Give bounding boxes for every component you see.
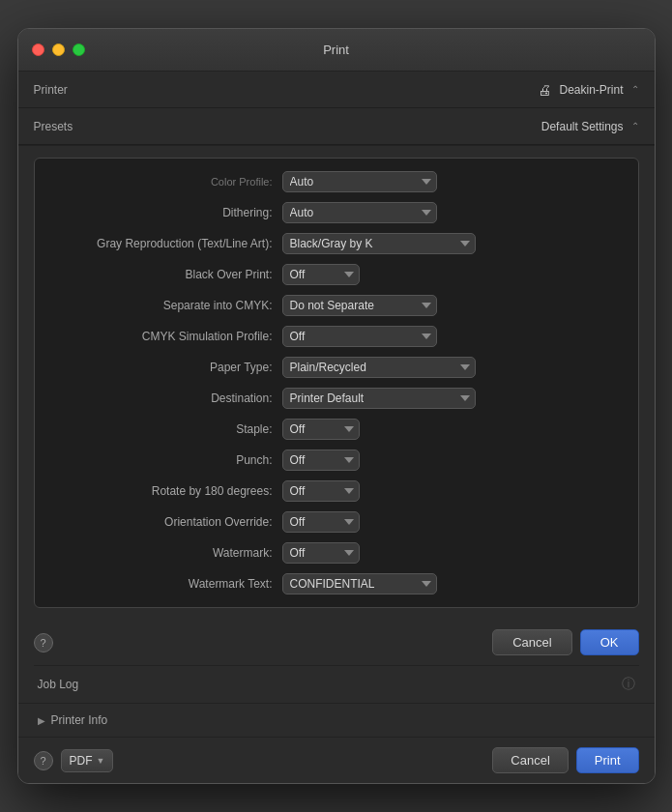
footer: ? PDF ▼ Cancel Print [18, 737, 655, 783]
color-profile-row: Color Profile: Auto [35, 166, 638, 197]
destination-select[interactable]: Printer Default [282, 388, 476, 409]
watermark-row: Watermark: Off [35, 537, 638, 568]
gray-reproduction-control: Black/Gray by K [282, 233, 623, 254]
printer-label: Printer [34, 83, 102, 97]
dithering-row: Dithering: Auto [35, 197, 638, 228]
footer-cancel-button[interactable]: Cancel [492, 747, 568, 773]
orientation-select[interactable]: Off [282, 511, 360, 533]
dithering-label: Dithering: [50, 206, 282, 219]
separate-cmyk-row: Separate into CMYK: Do not Separate [35, 290, 638, 321]
printer-info-row[interactable]: ▶ Printer Info [18, 703, 655, 737]
color-profile-label: Color Profile: [50, 176, 282, 188]
orientation-label: Orientation Override: [50, 515, 282, 529]
cmyk-simulation-row: CMYK Simulation Profile: Off [35, 321, 638, 352]
cmyk-simulation-control: Off [282, 326, 623, 347]
footer-print-button[interactable]: Print [576, 747, 639, 773]
orientation-control: Off [282, 511, 623, 533]
rotate-select[interactable]: Off [282, 480, 360, 502]
watermark-text-control: CONFIDENTIAL [282, 573, 623, 594]
separate-cmyk-select[interactable]: Do not Separate [282, 295, 437, 316]
punch-label: Punch: [50, 453, 282, 467]
job-log-label: Job Log [38, 678, 622, 691]
presets-selector[interactable]: Default Settings ⌃ [541, 120, 639, 133]
printer-icon: 🖨 [538, 82, 551, 98]
watermark-select[interactable]: Off [282, 542, 360, 564]
presets-row: Presets Default Settings ⌃ [18, 108, 655, 145]
dialog-buttons-area: ? Cancel OK [18, 620, 655, 665]
separate-cmyk-control: Do not Separate [282, 295, 623, 316]
traffic-lights [32, 44, 85, 56]
gray-reproduction-label: Gray Reproduction (Text/Line Art): [50, 237, 282, 250]
window-title: Print [323, 43, 349, 57]
close-button[interactable] [32, 44, 44, 56]
gray-reproduction-row: Gray Reproduction (Text/Line Art): Black… [35, 228, 638, 259]
rotate-label: Rotate by 180 degrees: [50, 484, 282, 498]
printer-row: Printer 🖨 Deakin-Print ⌃ [18, 72, 655, 108]
printer-selector[interactable]: 🖨 Deakin-Print ⌃ [538, 82, 638, 98]
watermark-text-select[interactable]: CONFIDENTIAL [282, 573, 437, 594]
destination-control: Printer Default [282, 388, 623, 409]
black-over-print-row: Black Over Print: Off [35, 259, 638, 290]
color-profile-select[interactable]: Auto [282, 171, 437, 192]
print-dialog: Print Printer 🖨 Deakin-Print ⌃ Presets D… [17, 28, 656, 784]
watermark-text-label: Watermark Text: [50, 577, 282, 591]
minimize-button[interactable] [52, 44, 65, 56]
destination-label: Destination: [50, 392, 282, 405]
paper-type-row: Paper Type: Plain/Recycled [35, 352, 638, 383]
presets-label: Presets [34, 120, 102, 133]
watermark-label: Watermark: [50, 546, 282, 560]
watermark-control: Off [282, 542, 623, 564]
staple-control: Off [282, 419, 623, 440]
staple-select[interactable]: Off [282, 419, 360, 440]
cmyk-simulation-label: CMYK Simulation Profile: [50, 330, 282, 343]
info-icon: ⓘ [622, 676, 635, 693]
orientation-row: Orientation Override: Off [35, 507, 638, 537]
paper-type-control: Plain/Recycled [282, 357, 623, 378]
pdf-button[interactable]: PDF ▼ [61, 749, 114, 772]
maximize-button[interactable] [73, 44, 85, 56]
main-content: Color Profile: Auto Dithering: Auto [18, 146, 655, 620]
black-over-print-control: Off [282, 264, 623, 285]
rotate-row: Rotate by 180 degrees: Off [35, 476, 638, 507]
pdf-label: PDF [70, 754, 93, 768]
presets-value: Default Settings [541, 120, 624, 133]
staple-row: Staple: Off [35, 414, 638, 445]
color-profile-control: Auto [282, 171, 623, 192]
ok-button[interactable]: OK [580, 629, 639, 655]
separate-cmyk-label: Separate into CMYK: [50, 299, 282, 312]
black-over-print-select[interactable]: Off [282, 264, 360, 285]
destination-row: Destination: Printer Default [35, 383, 638, 414]
paper-type-select[interactable]: Plain/Recycled [282, 357, 476, 378]
punch-control: Off [282, 450, 623, 471]
toolbar: Printer 🖨 Deakin-Print ⌃ Presets Default… [18, 72, 655, 146]
pdf-chevron-icon: ▼ [97, 756, 105, 766]
staple-label: Staple: [50, 422, 282, 436]
watermark-text-row: Watermark Text: CONFIDENTIAL [35, 568, 638, 599]
expand-icon: ▶ [38, 715, 45, 726]
printer-chevron-icon: ⌃ [631, 84, 639, 95]
punch-row: Punch: Off [35, 445, 638, 476]
printer-info-label: Printer Info [51, 713, 108, 727]
cancel-button[interactable]: Cancel [492, 629, 571, 655]
paper-type-label: Paper Type: [50, 361, 282, 374]
rotate-control: Off [282, 480, 623, 502]
footer-help-button[interactable]: ? [34, 751, 53, 770]
dithering-select[interactable]: Auto [282, 202, 437, 223]
job-log-row[interactable]: Job Log ⓘ [18, 666, 655, 703]
punch-select[interactable]: Off [282, 450, 360, 471]
black-over-print-label: Black Over Print: [50, 268, 282, 281]
cmyk-simulation-select[interactable]: Off [282, 326, 437, 347]
presets-chevron-icon: ⌃ [631, 121, 639, 131]
dithering-control: Auto [282, 202, 623, 223]
title-bar: Print [18, 29, 655, 72]
printer-name: Deakin-Print [559, 83, 623, 97]
help-button[interactable]: ? [34, 633, 53, 652]
gray-reproduction-select[interactable]: Black/Gray by K [282, 233, 476, 254]
settings-panel: Color Profile: Auto Dithering: Auto [34, 158, 639, 608]
